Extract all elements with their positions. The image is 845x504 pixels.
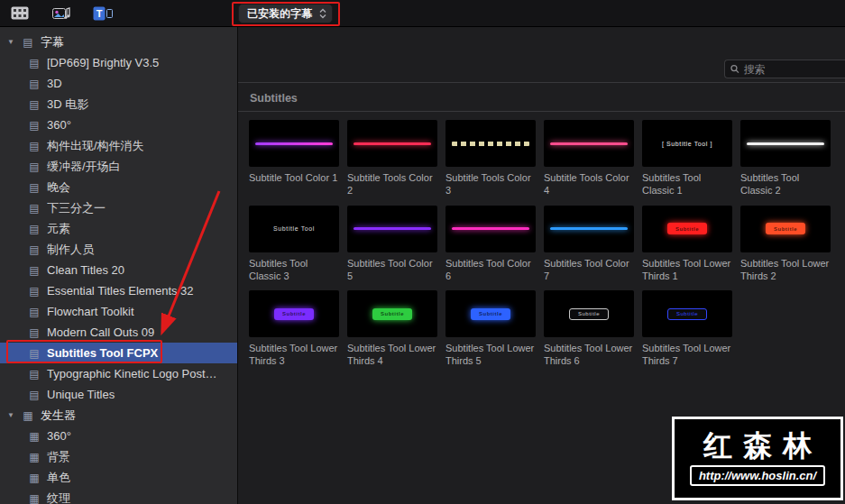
item-icon: ▤ <box>28 98 41 111</box>
sidebar-item[interactable]: ▤ 3D <box>0 73 237 94</box>
disclosure-triangle-icon[interactable]: ▼ <box>7 38 15 46</box>
title-thumbnail[interactable]: Subtitle <box>249 290 339 337</box>
search-field[interactable] <box>724 60 845 78</box>
media-browser-icon[interactable] <box>9 5 31 22</box>
title-thumbnail[interactable]: Subtitle <box>544 290 634 337</box>
title-item[interactable]: Subtitles Tool Classic 2 <box>740 120 831 197</box>
thumbnail-graphic <box>452 227 529 230</box>
title-item[interactable]: Subtitles Tool Color 6 <box>445 206 536 283</box>
title-item[interactable]: Subtitle Tool Subtitles Tool Classic 3 <box>249 206 339 283</box>
title-thumbnail[interactable] <box>445 120 536 167</box>
title-thumbnail[interactable]: Subtitle <box>740 206 831 252</box>
titles-grid: Subtitle Tool Color 1 Subtitle Tools Col… <box>238 112 845 376</box>
item-icon: ▤ <box>28 202 41 215</box>
title-item[interactable]: Subtitle Subtitles Tool Lower Thirds 2 <box>740 206 831 283</box>
sidebar-item[interactable]: ▤ 制作人员 <box>0 239 237 260</box>
sidebar-item-label: Unique Titles <box>47 388 115 401</box>
sidebar-item[interactable]: ▤ Modern Call Outs 09 <box>0 322 237 343</box>
thumbnail-graphic: Subtitle <box>569 308 609 320</box>
sidebar-item-label: 单色 <box>47 470 70 486</box>
title-item-label: Subtitles Tool Lower Thirds 5 <box>445 342 536 368</box>
thumbnail-graphic <box>452 142 529 146</box>
sidebar-section-row[interactable]: ▼ ▤ 字幕 <box>0 32 237 52</box>
sidebar-section-row[interactable]: ▼ ▦ 发生器 <box>0 405 237 426</box>
sidebar-item[interactable]: ▤ Flowchart Toolkit <box>0 301 237 322</box>
title-thumbnail[interactable]: Subtitle <box>347 290 437 337</box>
sidebar-item[interactable]: ▤ 构件出现/构件消失 <box>0 135 237 156</box>
sidebar-item-label: [DP669] Brightly V3.5 <box>47 56 159 69</box>
sidebar-item[interactable]: ▦ 360° <box>0 426 237 446</box>
sidebar-item-label: 360° <box>47 429 71 443</box>
thumbnail-graphic: Subtitle <box>471 308 510 320</box>
title-item[interactable]: Subtitles Tool Color 5 <box>347 206 437 283</box>
title-thumbnail[interactable] <box>249 120 339 167</box>
sidebar-item-label: Modern Call Outs 09 <box>47 325 154 339</box>
title-thumbnail[interactable]: Subtitle <box>642 290 732 337</box>
thumbnail-graphic <box>354 227 431 230</box>
sidebar-item[interactable]: ▤ Typographic Kinetic Logo Post… <box>0 363 237 384</box>
title-thumbnail[interactable] <box>347 120 437 167</box>
sidebar-item[interactable]: ▤ 下三分之一 <box>0 197 237 218</box>
title-item[interactable]: Subtitles Tool Color 7 <box>544 206 634 283</box>
installed-titles-dropdown[interactable]: 已安装的字幕 <box>238 4 333 23</box>
title-item[interactable]: Subtitle Subtitles Tool Lower Thirds 1 <box>642 206 732 283</box>
title-item[interactable]: Subtitle Tools Color 3 <box>445 120 536 197</box>
watermark: 红森林 http://www.hoslin.cn/ <box>672 417 843 500</box>
title-item-label: Subtitles Tool Classic 2 <box>740 171 831 197</box>
sidebar-item-label: 晚会 <box>47 179 70 196</box>
title-thumbnail[interactable] <box>347 206 437 252</box>
title-item[interactable]: Subtitle Subtitles Tool Lower Thirds 4 <box>347 290 437 368</box>
title-item[interactable]: Subtitle Subtitles Tool Lower Thirds 7 <box>642 290 732 368</box>
title-item-label: Subtitles Tool Color 7 <box>544 257 634 283</box>
title-thumbnail[interactable]: Subtitle <box>445 290 536 337</box>
sidebar-item-label: 缓冲器/开场白 <box>47 159 121 175</box>
sidebar-item[interactable]: ▤ Unique Titles <box>0 384 237 405</box>
sidebar-list: ▼ ▤ 字幕 ▤ [DP669] Brightly V3.5 ▤ 3D ▤ 3D… <box>0 27 238 504</box>
title-item[interactable]: Subtitle Tools Color 2 <box>347 120 437 197</box>
sidebar-item[interactable]: ▤ [DP669] Brightly V3.5 <box>0 52 237 73</box>
title-item[interactable]: Subtitle Subtitles Tool Lower Thirds 3 <box>249 290 339 368</box>
title-item[interactable]: Subtitle Subtitles Tool Lower Thirds 6 <box>544 290 634 368</box>
title-thumbnail[interactable] <box>445 206 536 252</box>
disclosure-triangle-icon[interactable]: ▼ <box>7 411 15 419</box>
item-icon: ▤ <box>28 140 41 152</box>
thumbnail-graphic: Subtitle Tool <box>273 225 315 232</box>
search-input[interactable] <box>744 63 840 76</box>
sidebar-item[interactable]: ▤ 晚会 <box>0 177 237 197</box>
title-thumbnail[interactable] <box>544 120 634 167</box>
titles-generators-icon[interactable]: T <box>92 5 114 22</box>
title-thumbnail[interactable] <box>544 206 634 252</box>
section-header: Subtitles <box>238 83 845 112</box>
sidebar-item[interactable]: ▤ 缓冲器/开场白 <box>0 156 237 177</box>
content-topbar <box>238 27 845 83</box>
item-icon: ▤ <box>28 223 41 235</box>
sidebar-item[interactable]: ▤ Subtitles Tool FCPX <box>0 343 237 363</box>
title-item[interactable]: [ Subtitle Tool ] Subtitles Tool Classic… <box>642 120 732 197</box>
title-item[interactable]: Subtitle Tool Color 1 <box>249 120 339 197</box>
item-icon: ▤ <box>28 326 41 339</box>
title-item-label: Subtitle Tools Color 3 <box>445 171 536 197</box>
section-icon: ▦ <box>22 409 34 422</box>
title-item-label: Subtitle Tools Color 4 <box>544 171 634 197</box>
photos-audio-icon[interactable] <box>51 5 72 22</box>
sidebar-item[interactable]: ▤ 360° <box>0 115 237 135</box>
sidebar-item[interactable]: ▤ 元素 <box>0 218 237 239</box>
sidebar-item-label: 3D <box>47 77 62 90</box>
sidebar-item[interactable]: ▤ Clean Titles 20 <box>0 260 237 280</box>
sidebar-item-label: 360° <box>47 118 71 132</box>
sidebar-item[interactable]: ▦ 单色 <box>0 467 237 488</box>
item-icon: ▤ <box>28 57 41 69</box>
sidebar-item[interactable]: ▤ Essential Titles Elements 32 <box>0 280 237 301</box>
item-icon: ▦ <box>28 472 41 484</box>
sidebar-item[interactable]: ▦ 背景 <box>0 446 237 467</box>
title-thumbnail[interactable]: Subtitle Tool <box>249 206 339 252</box>
title-item[interactable]: Subtitle Subtitles Tool Lower Thirds 5 <box>445 290 536 368</box>
title-thumbnail[interactable] <box>740 120 831 167</box>
title-thumbnail[interactable]: Subtitle <box>642 206 732 252</box>
title-item-label: Subtitles Tool Lower Thirds 4 <box>347 342 437 368</box>
sidebar-item[interactable]: ▦ 纹理 <box>0 488 237 504</box>
sidebar-item[interactable]: ▤ 3D 电影 <box>0 94 237 115</box>
title-thumbnail[interactable]: [ Subtitle Tool ] <box>642 120 732 167</box>
title-item[interactable]: Subtitle Tools Color 4 <box>544 120 634 197</box>
search-icon <box>730 64 739 74</box>
